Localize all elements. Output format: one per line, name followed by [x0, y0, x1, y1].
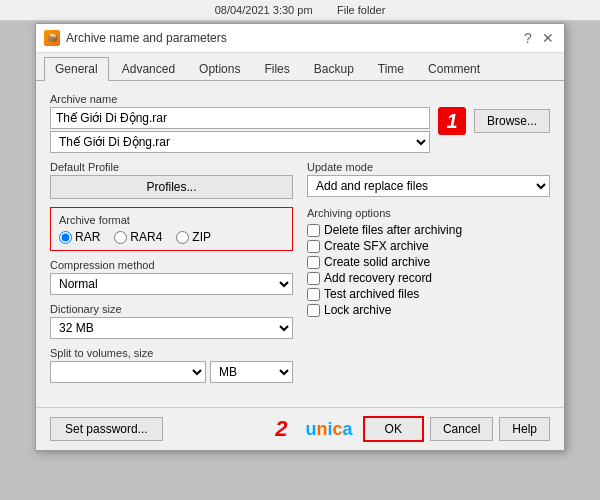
bottom-section: Set password... 2 unica OK Cancel Help [36, 407, 564, 450]
tab-general[interactable]: General [44, 57, 109, 81]
format-rar[interactable]: RAR [59, 230, 100, 244]
opt-solid-archive[interactable]: Create solid archive [307, 255, 550, 269]
format-zip[interactable]: ZIP [176, 230, 211, 244]
update-mode-section: Update mode Add and replace files Update… [307, 161, 550, 199]
tab-backup[interactable]: Backup [303, 57, 365, 80]
title-bar-left: 📦 Archive name and parameters [44, 30, 227, 46]
archive-name-input[interactable] [50, 107, 430, 129]
tab-comment[interactable]: Comment [417, 57, 491, 80]
help-title-button[interactable]: ? [520, 30, 536, 46]
left-column: Archive format RAR RAR4 ZIP [50, 207, 293, 387]
update-mode-label: Update mode [307, 161, 550, 173]
cancel-button[interactable]: Cancel [430, 417, 493, 441]
split-label: Split to volumes, size [50, 347, 293, 359]
archive-name-section: Archive name Thế Giới Di Động.rar 1 Brow… [50, 93, 550, 153]
badge-1: 1 [438, 107, 466, 135]
file-info: File folder [337, 4, 385, 16]
split-row: MB B KB GB [50, 361, 293, 383]
window-title: Archive name and parameters [66, 31, 227, 45]
profile-label: Default Profile [50, 161, 293, 173]
taskbar-top: 08/04/2021 3:30 pm File folder [0, 0, 600, 21]
title-controls: ? ✕ [520, 30, 556, 46]
title-bar: 📦 Archive name and parameters ? ✕ [36, 24, 564, 53]
tab-content: Archive name Thế Giới Di Động.rar 1 Brow… [36, 81, 564, 407]
update-mode-select[interactable]: Add and replace files Update and add fil… [307, 175, 550, 197]
opt-create-sfx[interactable]: Create SFX archive [307, 239, 550, 253]
archive-name-dropdown[interactable]: Thế Giới Di Động.rar [50, 131, 430, 153]
compression-select[interactable]: Normal Store Fastest Fast Good Best [50, 273, 293, 295]
format-rar4[interactable]: RAR4 [114, 230, 162, 244]
datetime: 08/04/2021 3:30 pm [215, 4, 313, 16]
tab-time[interactable]: Time [367, 57, 415, 80]
split-section: Split to volumes, size MB B KB GB [50, 347, 293, 383]
archiving-options-label: Archiving options [307, 207, 550, 219]
split-value-select[interactable] [50, 361, 206, 383]
winrar-icon: 📦 [44, 30, 60, 46]
compression-label: Compression method [50, 259, 293, 271]
opt-delete-files[interactable]: Delete files after archiving [307, 223, 550, 237]
dialog-buttons: OK Cancel Help [363, 416, 550, 442]
opt-test-files[interactable]: Test archived files [307, 287, 550, 301]
dictionary-label: Dictionary size [50, 303, 293, 315]
help-button[interactable]: Help [499, 417, 550, 441]
profiles-button[interactable]: Profiles... [50, 175, 293, 199]
unica-logo: unica [306, 419, 353, 440]
browse-button[interactable]: Browse... [474, 109, 550, 133]
close-button[interactable]: ✕ [540, 30, 556, 46]
badge-2: 2 [275, 416, 287, 442]
archive-name-label: Archive name [50, 93, 430, 105]
tab-files[interactable]: Files [253, 57, 300, 80]
split-unit-select[interactable]: MB B KB GB [210, 361, 293, 383]
set-password-button[interactable]: Set password... [50, 417, 163, 441]
main-columns: Archive format RAR RAR4 ZIP [50, 207, 550, 387]
archive-format-section: Archive format RAR RAR4 ZIP [50, 207, 293, 251]
tab-advanced[interactable]: Advanced [111, 57, 186, 80]
format-radio-group: RAR RAR4 ZIP [59, 230, 284, 244]
window: 📦 Archive name and parameters ? ✕ Genera… [35, 23, 565, 451]
tab-bar: General Advanced Options Files Backup Ti… [36, 53, 564, 81]
archive-name-left: Archive name Thế Giới Di Động.rar [50, 93, 430, 153]
tab-options[interactable]: Options [188, 57, 251, 80]
right-column: Archiving options Delete files after arc… [307, 207, 550, 387]
profile-section: Default Profile Profiles... [50, 161, 293, 199]
dictionary-select[interactable]: 32 MB 1 MB 2 MB 4 MB 8 MB 16 MB 64 MB 12… [50, 317, 293, 339]
dictionary-section: Dictionary size 32 MB 1 MB 2 MB 4 MB 8 M… [50, 303, 293, 339]
opt-lock-archive[interactable]: Lock archive [307, 303, 550, 317]
bottom-right: 2 unica OK Cancel Help [275, 416, 550, 442]
profile-update-row: Default Profile Profiles... Update mode … [50, 161, 550, 199]
archive-format-label: Archive format [59, 214, 284, 226]
badge-1-container: 1 [438, 93, 466, 135]
opt-recovery-record[interactable]: Add recovery record [307, 271, 550, 285]
compression-section: Compression method Normal Store Fastest … [50, 259, 293, 295]
archiving-options-section: Archiving options Delete files after arc… [307, 207, 550, 317]
ok-button[interactable]: OK [363, 416, 424, 442]
